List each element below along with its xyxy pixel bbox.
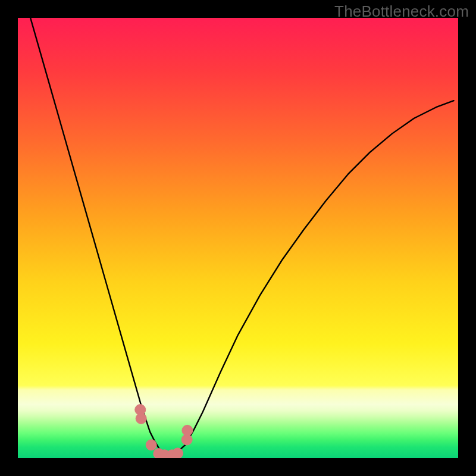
plot-area	[18, 18, 458, 458]
outer-frame: TheBottleneck.com	[0, 0, 476, 476]
watermark-text: TheBottleneck.com	[334, 2, 469, 21]
marker-point	[173, 448, 183, 458]
marker-point	[136, 413, 146, 424]
marker-point	[182, 425, 193, 436]
marker-layer	[18, 18, 458, 458]
marker-point	[146, 440, 156, 450]
